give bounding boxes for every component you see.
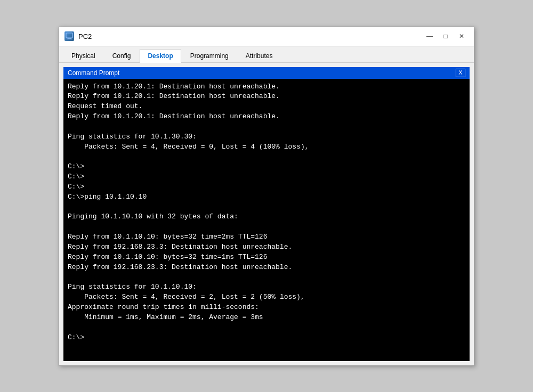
svg-rect-1 <box>68 38 71 39</box>
tab-programming[interactable]: Programming <box>182 49 237 63</box>
cmd-title-bar: Command Prompt X <box>63 67 470 79</box>
maximize-button[interactable]: □ <box>439 31 453 42</box>
title-bar: PC2 — □ ✕ <box>59 27 474 46</box>
tab-attributes[interactable]: Attributes <box>238 49 281 63</box>
tab-physical[interactable]: Physical <box>63 49 103 63</box>
tab-desktop[interactable]: Desktop <box>140 49 181 63</box>
content-area: Command Prompt X Reply from 10.1.20.1: D… <box>59 63 474 365</box>
command-prompt-window: Command Prompt X Reply from 10.1.20.1: D… <box>63 67 470 361</box>
main-window: PC2 — □ ✕ Physical Config Desktop Progra… <box>59 27 474 366</box>
window-close-button[interactable]: ✕ <box>455 31 469 42</box>
cmd-body[interactable]: Reply from 10.1.20.1: Destination host u… <box>63 79 470 361</box>
cmd-output: Reply from 10.1.20.1: Destination host u… <box>68 82 465 343</box>
cmd-title-label: Command Prompt <box>68 69 119 77</box>
svg-rect-0 <box>66 33 72 38</box>
window-controls: — □ ✕ <box>423 31 469 42</box>
title-bar-left: PC2 <box>64 31 92 41</box>
svg-rect-2 <box>67 39 72 39</box>
cmd-close-button[interactable]: X <box>456 69 465 77</box>
minimize-button[interactable]: — <box>423 31 437 42</box>
tab-bar: Physical Config Desktop Programming Attr… <box>59 46 474 63</box>
tab-config[interactable]: Config <box>104 49 139 63</box>
app-icon <box>64 31 74 41</box>
window-title: PC2 <box>78 32 92 40</box>
